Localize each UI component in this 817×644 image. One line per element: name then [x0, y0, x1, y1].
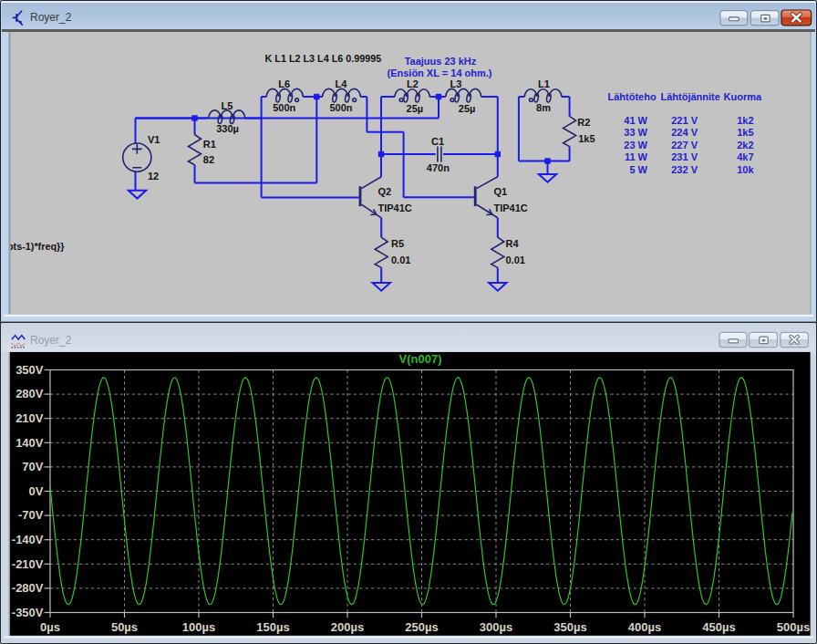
svg-text:0µs: 0µs	[40, 620, 60, 634]
svg-text:R5: R5	[391, 238, 404, 249]
svg-text:12: 12	[148, 171, 159, 182]
svg-text:400µs: 400µs	[628, 620, 661, 634]
svg-text:Lähtöteho: Lähtöteho	[608, 91, 657, 102]
svg-text:Lähtöjännite: Lähtöjännite	[661, 91, 720, 102]
svg-text:L3: L3	[450, 78, 462, 89]
svg-text:L4: L4	[336, 78, 348, 89]
svg-text:5 W: 5 W	[629, 164, 647, 175]
svg-text:R2: R2	[577, 117, 590, 128]
svg-text:1k5: 1k5	[578, 133, 595, 144]
svg-text:33 W: 33 W	[624, 127, 647, 138]
svg-text:50µs: 50µs	[111, 620, 138, 634]
svg-text:227 V: 227 V	[671, 140, 698, 151]
svg-text:R4: R4	[506, 238, 520, 249]
svg-text:1k5: 1k5	[737, 127, 753, 138]
svg-text:200µs: 200µs	[331, 620, 364, 634]
svg-text:221 V: 221 V	[671, 115, 698, 126]
svg-text:1k2: 1k2	[737, 115, 753, 126]
svg-text:250µs: 250µs	[405, 620, 438, 634]
svg-text:25µ: 25µ	[459, 103, 476, 114]
svg-text:25µ: 25µ	[407, 103, 424, 114]
svg-text:470n: 470n	[427, 162, 450, 173]
svg-text:Taajuus 23 kHz: Taajuus 23 kHz	[405, 56, 477, 67]
svg-text:10k: 10k	[737, 164, 754, 175]
svg-text:70V: 70V	[22, 460, 43, 473]
svg-text:0.01: 0.01	[506, 254, 525, 265]
svg-text:300µs: 300µs	[480, 620, 512, 634]
svg-text:450µs: 450µs	[702, 620, 735, 634]
svg-text:V1: V1	[148, 134, 160, 145]
svg-text:231 V: 231 V	[671, 151, 698, 162]
svg-text:82: 82	[203, 154, 214, 165]
svg-text:500n: 500n	[330, 102, 353, 113]
svg-text:224 V: 224 V	[671, 127, 698, 138]
svg-text:0.01: 0.01	[391, 254, 410, 265]
svg-text:TIP41C: TIP41C	[494, 203, 528, 213]
svg-text:140V: 140V	[16, 436, 44, 450]
svg-text:11 W: 11 W	[625, 151, 648, 162]
svg-text:L5: L5	[222, 100, 233, 111]
svg-text:Royer_2: Royer_2	[30, 11, 72, 24]
svg-text:41 W: 41 W	[624, 115, 647, 126]
svg-text:-350V: -350V	[12, 606, 44, 619]
svg-text:-280V: -280V	[12, 581, 44, 595]
svg-text:8m: 8m	[536, 102, 551, 113]
svg-text:Q1: Q1	[494, 186, 508, 197]
svg-text:C1: C1	[431, 136, 444, 147]
svg-text:-140V: -140V	[12, 533, 44, 546]
svg-text:Royer_2: Royer_2	[30, 334, 72, 347]
svg-text:V(n007): V(n007)	[399, 352, 442, 366]
svg-text:500µs: 500µs	[777, 620, 810, 634]
svg-text:210V: 210V	[16, 411, 44, 425]
svg-text:R1: R1	[203, 139, 216, 150]
svg-text:232 V: 232 V	[671, 164, 698, 175]
svg-text:pts-1)*freq}}: pts-1)*freq}}	[7, 241, 65, 252]
svg-text:L2: L2	[407, 78, 419, 89]
svg-text:-210V: -210V	[12, 557, 44, 571]
svg-text:23 W: 23 W	[624, 140, 647, 151]
svg-text:150µs: 150µs	[256, 620, 289, 634]
svg-text:350µs: 350µs	[553, 620, 586, 634]
svg-text:TIP41C: TIP41C	[378, 203, 412, 213]
svg-text:330µ: 330µ	[216, 123, 239, 134]
svg-text:L6: L6	[278, 78, 290, 89]
svg-text:100µs: 100µs	[182, 620, 215, 634]
svg-text:(Ensiön XL = 14 ohm.): (Ensiön XL = 14 ohm.)	[387, 68, 491, 78]
svg-text:350V: 350V	[16, 363, 44, 377]
svg-text:280V: 280V	[16, 387, 44, 400]
svg-text:Kuorma: Kuorma	[724, 91, 762, 102]
svg-text:2k2: 2k2	[737, 140, 753, 151]
svg-text:0V: 0V	[29, 484, 44, 498]
svg-text:500n: 500n	[273, 102, 295, 113]
svg-text:-70V: -70V	[18, 508, 44, 522]
svg-text:Q2: Q2	[378, 186, 392, 197]
svg-text:L1: L1	[538, 78, 550, 89]
svg-text:K L1 L2 L3 L4 L6 0.99995: K L1 L2 L3 L4 L6 0.99995	[265, 53, 382, 64]
svg-text:4k7: 4k7	[737, 151, 753, 162]
